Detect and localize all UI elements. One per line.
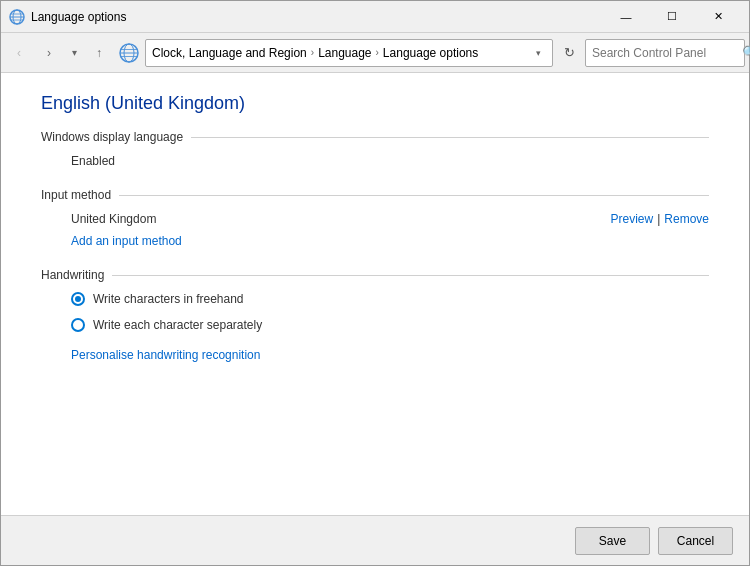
action-separator: |: [657, 212, 660, 226]
input-method-actions: Preview | Remove: [611, 212, 710, 226]
display-language-status: Enabled: [71, 154, 709, 168]
radio-separate[interactable]: [71, 318, 85, 332]
maximize-button[interactable]: ☐: [649, 1, 695, 33]
search-input[interactable]: [592, 46, 742, 60]
window-title: Language options: [31, 10, 603, 24]
remove-link[interactable]: Remove: [664, 212, 709, 226]
main-window: Language options — ☐ ✕ ‹ › ▾ ↑ Clock, La…: [0, 0, 750, 566]
breadcrumb-text: Clock, Language and Region › Language › …: [152, 46, 530, 60]
save-button[interactable]: Save: [575, 527, 650, 555]
handwriting-content: Write characters in freehand Write each …: [41, 292, 709, 362]
breadcrumb-sep2: ›: [376, 47, 379, 58]
handwriting-line: [112, 275, 709, 276]
cancel-button[interactable]: Cancel: [658, 527, 733, 555]
back-button[interactable]: ‹: [5, 39, 33, 67]
input-method-line: [119, 195, 709, 196]
display-language-label: Windows display language: [41, 130, 183, 144]
personalise-handwriting-link[interactable]: Personalise handwriting recognition: [71, 348, 260, 362]
radio-group: Write characters in freehand Write each …: [71, 292, 709, 332]
forward-button[interactable]: ›: [35, 39, 63, 67]
input-method-content: United Kingdom Preview | Remove Add an i…: [41, 212, 709, 248]
display-language-section: Windows display language Enabled: [41, 130, 709, 168]
input-method-header: Input method: [41, 188, 709, 202]
breadcrumb-current: Language options: [383, 46, 478, 60]
up-button[interactable]: ↑: [85, 39, 113, 67]
display-language-header: Windows display language: [41, 130, 709, 144]
add-input-method-link[interactable]: Add an input method: [71, 234, 182, 248]
address-bar: ‹ › ▾ ↑ Clock, Language and Region › Lan…: [1, 33, 749, 73]
display-language-content: Enabled: [41, 154, 709, 168]
main-content: English (United Kingdom) Windows display…: [1, 73, 749, 515]
preview-link[interactable]: Preview: [611, 212, 654, 226]
window-controls: — ☐ ✕: [603, 1, 741, 33]
nav-dropdown-button[interactable]: ▾: [65, 39, 83, 67]
handwriting-section: Handwriting Write characters in freehand…: [41, 268, 709, 362]
breadcrumb-part2[interactable]: Language: [318, 46, 371, 60]
title-bar: Language options — ☐ ✕: [1, 1, 749, 33]
radio-separate-label: Write each character separately: [93, 318, 262, 332]
bottom-bar: Save Cancel: [1, 515, 749, 565]
input-method-label: Input method: [41, 188, 111, 202]
input-method-row: United Kingdom Preview | Remove: [71, 212, 709, 226]
radio-item-freehand[interactable]: Write characters in freehand: [71, 292, 709, 306]
input-method-section: Input method United Kingdom Preview | Re…: [41, 188, 709, 248]
refresh-button[interactable]: ↻: [555, 39, 583, 67]
breadcrumb-dropdown-button[interactable]: ▾: [530, 41, 546, 65]
handwriting-header: Handwriting: [41, 268, 709, 282]
radio-freehand[interactable]: [71, 292, 85, 306]
page-title: English (United Kingdom): [41, 93, 709, 114]
breadcrumb-part1[interactable]: Clock, Language and Region: [152, 46, 307, 60]
search-icon[interactable]: 🔍: [742, 45, 750, 60]
breadcrumb-bar: Clock, Language and Region › Language › …: [145, 39, 553, 67]
close-button[interactable]: ✕: [695, 1, 741, 33]
breadcrumb-sep1: ›: [311, 47, 314, 58]
input-method-name: United Kingdom: [71, 212, 156, 226]
search-box: 🔍: [585, 39, 745, 67]
radio-item-separate[interactable]: Write each character separately: [71, 318, 709, 332]
radio-freehand-label: Write characters in freehand: [93, 292, 244, 306]
display-language-line: [191, 137, 709, 138]
minimize-button[interactable]: —: [603, 1, 649, 33]
window-icon: [9, 9, 25, 25]
handwriting-label: Handwriting: [41, 268, 104, 282]
